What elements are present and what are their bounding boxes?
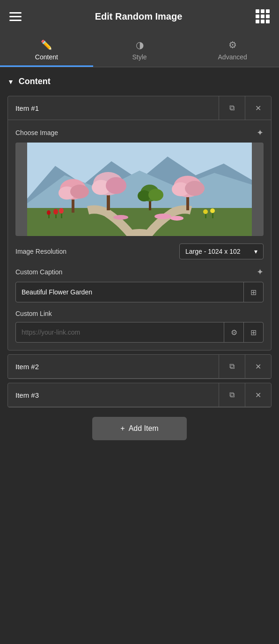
choose-image-label: Choose Image [15,129,58,136]
svg-point-8 [70,185,89,199]
svg-point-16 [185,181,205,196]
svg-point-22 [53,209,58,215]
resolution-value: Large - 1024 x 102 [185,248,241,255]
caption-row: Custom Caption ✦ [15,267,264,277]
item-card-2: Item #2 ⧉ ✕ [7,354,272,379]
item-1-header: Item #1 ⧉ ✕ [8,96,271,120]
svg-point-31 [154,214,171,219]
item-3-delete-button[interactable]: ✕ [245,383,271,407]
image-resolution-row: Image Resolution Large - 1024 x 102 ▾ [15,243,264,259]
resolution-chevron-icon: ▾ [254,248,257,255]
link-input[interactable] [16,324,224,341]
link-gear-button[interactable]: ⚙ [224,322,243,342]
section-header: ▼ Content [7,77,272,86]
caption-ai-icon[interactable]: ✦ [257,267,264,277]
item-1-duplicate-button[interactable]: ⧉ [219,96,245,120]
link-stack-button[interactable]: ⊞ [243,322,263,342]
item-1-title[interactable]: Item #1 [8,98,219,119]
item-2-header: Item #2 ⧉ ✕ [8,355,271,379]
tab-style[interactable]: ◑ Style [93,33,186,67]
choose-image-ai-icon[interactable]: ✦ [257,128,264,138]
tab-content[interactable]: ✏️ Content [0,33,93,67]
custom-link-label: Custom Link [15,310,52,317]
svg-point-32 [170,216,184,221]
svg-point-12 [106,177,126,194]
tab-style-label: Style [132,53,147,61]
item-2-title[interactable]: Item #2 [8,356,219,377]
content-tab-icon: ✏️ [41,39,52,50]
section-title-text: Content [19,77,51,86]
item-1-body: Choose Image ✦ [8,120,271,350]
add-item-container: + Add Item [7,417,272,450]
item-3-title[interactable]: Item #3 [8,385,219,406]
tab-advanced-label: Advanced [218,53,247,61]
resolution-label: Image Resolution [15,248,66,255]
advanced-tab-icon: ⚙ [228,39,237,50]
main-content: ▼ Content Item #1 ⧉ ✕ Choose Image ✦ [0,67,279,459]
link-input-wrapper: ⚙ ⊞ [15,322,264,343]
svg-point-33 [113,215,128,220]
tab-content-label: Content [35,53,58,61]
add-item-label: Add Item [129,424,159,433]
hamburger-menu-icon[interactable] [9,12,22,21]
header: Edit Random Image [0,0,279,33]
tab-bar: ✏️ Content ◑ Style ⚙ Advanced [0,33,279,67]
caption-label: Custom Caption [15,268,62,276]
caption-input[interactable] [16,284,243,301]
image-preview[interactable] [15,143,264,236]
item-2-duplicate-button[interactable]: ⧉ [219,355,245,378]
resolution-dropdown[interactable]: Large - 1024 x 102 ▾ [179,243,264,259]
item-card-3: Item #3 ⧉ ✕ [7,383,272,408]
svg-point-26 [47,210,51,215]
tab-advanced[interactable]: ⚙ Advanced [186,33,279,67]
custom-link-field-row: Custom Link [15,310,264,317]
svg-point-30 [210,208,215,213]
add-item-button[interactable]: + Add Item [92,417,186,440]
item-3-duplicate-button[interactable]: ⧉ [219,383,245,407]
choose-image-row: Choose Image ✦ [15,128,264,138]
section-collapse-arrow[interactable]: ▼ [7,78,14,86]
caption-stack-button[interactable]: ⊞ [243,282,263,302]
item-2-delete-button[interactable]: ✕ [245,355,271,378]
svg-point-28 [203,209,208,214]
style-tab-icon: ◑ [136,39,144,50]
apps-grid-icon[interactable] [256,9,270,23]
page-title: Edit Random Image [95,11,183,22]
item-3-header: Item #3 ⧉ ✕ [8,383,271,407]
caption-input-wrapper: ⊞ [15,282,264,302]
item-card-1: Item #1 ⧉ ✕ Choose Image ✦ [7,96,272,351]
svg-point-20 [148,189,163,201]
svg-point-24 [59,208,64,214]
item-1-delete-button[interactable]: ✕ [245,96,271,120]
add-item-plus-icon: + [120,424,125,433]
